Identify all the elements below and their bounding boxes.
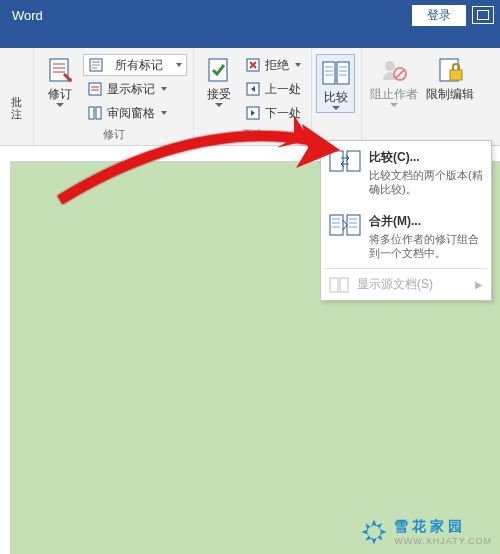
watermark-logo-icon	[360, 518, 388, 546]
svg-rect-19	[347, 215, 360, 235]
menu-compare-title: 比较(C)...	[369, 149, 483, 166]
block-authors-icon	[378, 54, 410, 86]
ribbon-group-changes: 接受 拒绝 上一处 下一处 更改	[194, 48, 312, 145]
login-button[interactable]: 登录	[412, 5, 466, 26]
svg-point-12	[385, 61, 395, 71]
ribbon-display-options-icon[interactable]	[472, 6, 494, 24]
ribbon-group-protect: 阻止作者 限制编辑	[362, 48, 500, 145]
compare-dropdown-menu: 比较(C)... 比较文档的两个版本(精确比较)。 合并(M)... 将多位作者…	[320, 140, 492, 301]
compare-icon	[320, 57, 352, 89]
ribbon-tab-strip	[0, 30, 500, 48]
svg-marker-29	[377, 533, 383, 540]
restrict-editing-label: 限制编辑	[426, 88, 474, 101]
chevron-down-icon	[161, 111, 167, 115]
menu-item-merge[interactable]: 合并(M)... 将多位作者的修订组合到一个文档中。	[321, 205, 491, 269]
dropdown-caret-icon	[56, 103, 64, 107]
reject-icon	[245, 57, 261, 73]
chevron-down-icon	[176, 63, 182, 67]
comments-button[interactable]: 批注	[6, 52, 27, 120]
menu-merge-desc: 将多位作者的修订组合到一个文档中。	[369, 232, 483, 261]
all-markup-select[interactable]: 所有标记	[83, 54, 187, 76]
watermark: 雪花家园 WWW.XHJATY.COM	[360, 518, 492, 546]
svg-rect-15	[450, 70, 462, 80]
compare-docs-icon	[329, 149, 361, 173]
block-authors-button[interactable]: 阻止作者	[368, 52, 420, 107]
svg-marker-24	[372, 519, 378, 526]
reviewing-pane-label: 审阅窗格	[107, 105, 155, 122]
show-markup-icon	[87, 81, 103, 97]
svg-rect-5	[96, 107, 101, 119]
markup-icon	[88, 57, 104, 73]
svg-marker-28	[376, 524, 383, 530]
ribbon-group-comments: 批注	[0, 48, 34, 145]
next-change-button[interactable]: 下一处	[241, 102, 305, 124]
block-authors-label: 阻止作者	[370, 88, 418, 101]
all-markup-label: 所有标记	[115, 57, 163, 74]
tracking-options-stack: 所有标记 显示标记 审阅窗格	[83, 52, 187, 124]
svg-rect-18	[330, 215, 343, 235]
ribbon-group-label: 更改	[194, 125, 311, 145]
chevron-down-icon	[295, 63, 301, 67]
reviewing-pane-button[interactable]: 审阅窗格	[83, 102, 187, 124]
svg-marker-30	[366, 535, 373, 541]
menu-merge-title: 合并(M)...	[369, 213, 483, 230]
accept-button[interactable]: 接受	[200, 52, 237, 107]
dropdown-caret-icon	[215, 103, 223, 107]
ribbon-group-tracking: 修订 所有标记 显示标记 审阅窗格	[34, 48, 194, 145]
svg-marker-27	[362, 529, 369, 535]
reject-button[interactable]: 拒绝	[241, 54, 305, 76]
track-changes-icon	[44, 54, 76, 86]
title-bar-controls: 登录	[412, 5, 494, 26]
menu-show-source-label: 显示源文档(S)	[357, 276, 433, 293]
show-markup-label: 显示标记	[107, 81, 155, 98]
next-label: 下一处	[265, 105, 301, 122]
svg-rect-3	[89, 83, 101, 95]
restrict-editing-icon	[434, 54, 466, 86]
svg-point-1	[68, 78, 72, 82]
chevron-down-icon	[161, 87, 167, 91]
show-markup-button[interactable]: 显示标记	[83, 78, 187, 100]
track-changes-button[interactable]: 修订	[40, 52, 79, 107]
ribbon: 批注 修订 所有标记 显示标记	[0, 48, 500, 146]
menu-compare-desc: 比较文档的两个版本(精确比较)。	[369, 168, 483, 197]
show-source-icon	[329, 277, 349, 293]
watermark-text-en: WWW.XHJATY.COM	[394, 536, 492, 546]
track-changes-label: 修订	[48, 88, 72, 101]
app-title: Word	[6, 8, 412, 23]
reviewing-pane-icon	[87, 105, 103, 121]
svg-rect-6	[209, 59, 227, 81]
accept-icon	[203, 54, 235, 86]
next-icon	[245, 105, 261, 121]
svg-rect-4	[89, 107, 94, 119]
dropdown-caret-icon	[390, 103, 398, 107]
previous-icon	[245, 81, 261, 97]
merge-docs-icon	[329, 213, 361, 237]
accept-label: 接受	[207, 88, 231, 101]
title-bar: Word 登录	[0, 0, 500, 30]
ribbon-group-compare: 比较	[312, 48, 362, 145]
svg-rect-17	[347, 151, 360, 171]
compare-label: 比较	[324, 91, 348, 104]
ribbon-group-label: 修订	[34, 125, 193, 145]
compare-button[interactable]: 比较	[316, 54, 355, 113]
svg-marker-25	[380, 529, 387, 535]
watermark-text-cn: 雪花家园	[394, 518, 492, 536]
svg-rect-20	[330, 278, 338, 292]
svg-rect-11	[337, 62, 349, 84]
changes-options-stack: 拒绝 上一处 下一处	[241, 52, 305, 124]
menu-item-compare[interactable]: 比较(C)... 比较文档的两个版本(精确比较)。	[321, 141, 491, 205]
restrict-editing-button[interactable]: 限制编辑	[424, 52, 476, 101]
svg-rect-0	[50, 59, 68, 81]
menu-item-show-source: 显示源文档(S) ▶	[321, 269, 491, 300]
svg-marker-26	[372, 538, 378, 545]
previous-change-button[interactable]: 上一处	[241, 78, 305, 100]
ribbon-group-label	[0, 128, 33, 145]
svg-rect-16	[330, 151, 343, 171]
comments-button-label: 批注	[6, 96, 27, 120]
dropdown-caret-icon	[332, 106, 340, 110]
svg-marker-31	[366, 524, 372, 531]
reject-label: 拒绝	[265, 57, 289, 74]
chevron-right-icon: ▶	[475, 279, 483, 290]
previous-label: 上一处	[265, 81, 301, 98]
svg-rect-21	[340, 278, 348, 292]
